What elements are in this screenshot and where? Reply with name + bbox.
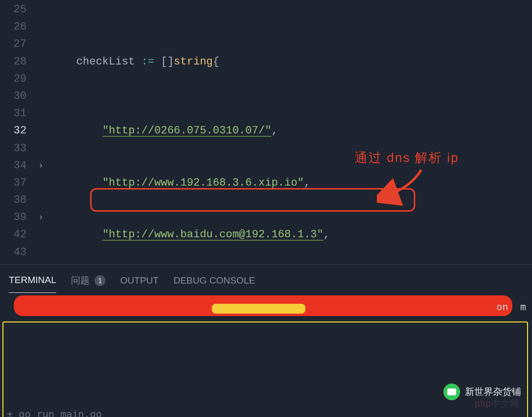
tab-terminal[interactable]: TERMINAL <box>9 270 56 293</box>
line-number-gutter: 25 26 27 28 29 30 31 32 33 34 37 38 39 4… <box>0 0 33 264</box>
line-number: 30 <box>0 88 33 105</box>
tab-label: OUTPUT <box>120 273 159 288</box>
tab-label: DEBUG CONSOLE <box>173 273 255 288</box>
line-number: 25 <box>0 1 33 18</box>
code-area[interactable]: checkList := []string{ "http://0266.075.… <box>48 0 532 264</box>
line-number: 42 <box>0 226 33 243</box>
terminal-command: ± go run main.go <box>7 407 525 417</box>
tab-label: TERMINAL <box>9 273 56 288</box>
code-line[interactable]: "http://www.baidu.com@192.168.1.3", <box>48 226 532 243</box>
line-number: 27 <box>0 35 33 53</box>
line-number: 26 <box>0 18 33 35</box>
code-editor[interactable]: 25 26 27 28 29 30 31 32 33 34 37 38 39 4… <box>0 0 532 264</box>
line-number: 34 <box>0 157 33 174</box>
line-number: 32 <box>0 122 33 139</box>
problems-badge: 1 <box>95 275 105 286</box>
line-number: 31 <box>0 105 33 122</box>
annotation-highlight-box <box>90 188 415 212</box>
tab-debug-console[interactable]: DEBUG CONSOLE <box>173 270 255 293</box>
line-number: 29 <box>0 70 33 88</box>
line-number: 43 <box>0 244 33 261</box>
code-line[interactable]: "http://www.192.168.3.6.xip.io", <box>48 174 532 192</box>
line-number: 38 <box>0 192 33 209</box>
fold-gutter: › › <box>33 0 48 264</box>
line-number: 39 <box>0 209 33 226</box>
line-number: 33 <box>0 140 33 157</box>
panel-tabs: TERMINAL 问题1 OUTPUT DEBUG CONSOLE <box>0 265 532 293</box>
code-line[interactable]: "http://0266.075.0310.07/", <box>48 122 532 139</box>
terminal-trailing-text: on m <box>497 300 526 314</box>
chevron-right-icon[interactable]: › <box>38 210 44 225</box>
tab-problems[interactable]: 问题1 <box>71 270 105 293</box>
annotation-output-box <box>2 321 528 417</box>
terminal-output[interactable]: on m ± go run main.go 0266.075.0310.07 -… <box>0 293 532 417</box>
code-line[interactable]: checkList := []string{ <box>48 53 532 70</box>
line-number: 28 <box>0 53 33 70</box>
bottom-panel: TERMINAL 问题1 OUTPUT DEBUG CONSOLE on m ±… <box>0 264 532 417</box>
line-number: 37 <box>0 174 33 192</box>
tab-output[interactable]: OUTPUT <box>120 270 159 293</box>
redaction-highlight-icon <box>212 304 305 314</box>
tab-label: 问题 <box>71 273 90 288</box>
chevron-right-icon[interactable]: › <box>38 159 44 173</box>
